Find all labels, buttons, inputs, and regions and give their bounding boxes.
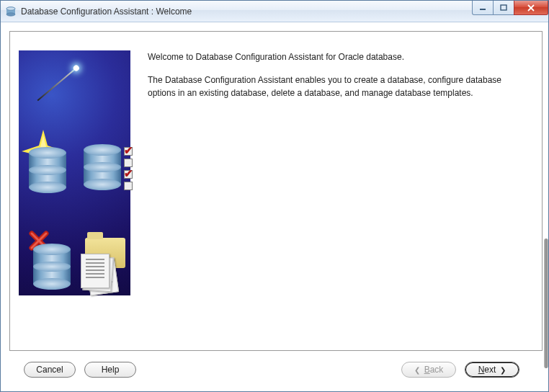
- next-button[interactable]: Next ❯: [465, 362, 519, 378]
- svg-rect-5: [501, 5, 506, 10]
- client-area: Welcome to Database Configuration Assist…: [1, 22, 548, 391]
- database-icon: [29, 147, 66, 193]
- cancel-button[interactable]: Cancel: [24, 362, 76, 378]
- welcome-heading: Welcome to Database Configuration Assist…: [148, 50, 530, 63]
- main-panel: Welcome to Database Configuration Assist…: [9, 31, 543, 351]
- close-button[interactable]: [514, 1, 548, 15]
- app-icon: [5, 6, 17, 17]
- back-button: ❮ Back: [401, 362, 456, 378]
- database-icon: [33, 244, 71, 290]
- help-button[interactable]: Help: [84, 362, 136, 378]
- wizard-sidebar-image: [19, 50, 130, 295]
- chevron-left-icon: ❮: [414, 366, 420, 374]
- svg-point-2: [6, 12, 15, 15]
- chevron-right-icon: ❯: [500, 366, 506, 374]
- checklist-icon: [124, 147, 133, 190]
- wand-icon: [37, 68, 77, 102]
- maximize-button[interactable]: [493, 1, 514, 15]
- welcome-description: The Database Configuration Assistant ena…: [148, 74, 530, 99]
- svg-rect-4: [480, 9, 486, 10]
- documents-icon: [81, 257, 115, 285]
- database-icon: [84, 144, 121, 190]
- window-title: Database Configuration Assistant : Welco…: [21, 6, 192, 17]
- svg-point-3: [6, 6, 15, 9]
- minimize-button[interactable]: [472, 1, 494, 15]
- app-window: Database Configuration Assistant : Welco…: [0, 0, 549, 392]
- content-text: Welcome to Database Configuration Assist…: [138, 37, 536, 344]
- window-controls: [473, 1, 548, 15]
- titlebar[interactable]: Database Configuration Assistant : Welco…: [1, 1, 548, 22]
- scrollbar[interactable]: [544, 239, 548, 368]
- wizard-button-row: Cancel Help ❮ Back Next ❯: [9, 351, 543, 386]
